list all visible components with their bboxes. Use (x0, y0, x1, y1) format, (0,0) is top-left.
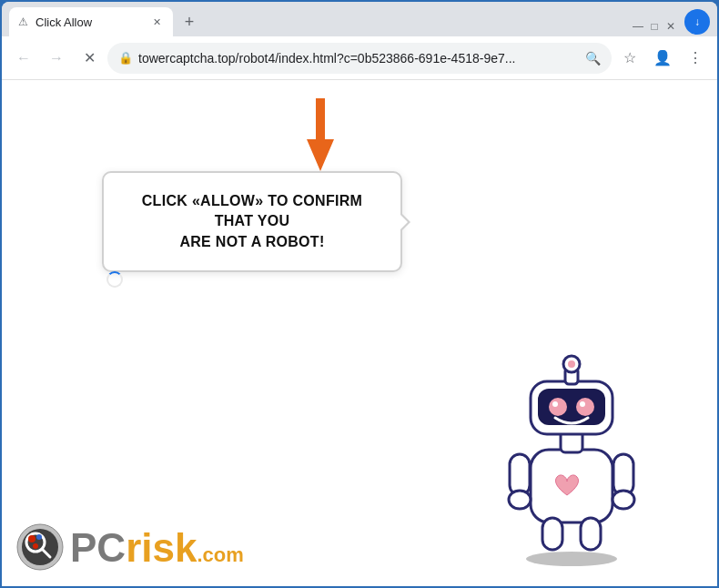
menu-button[interactable]: ⋮ (681, 44, 710, 73)
minimize-button[interactable]: — (632, 20, 644, 33)
svg-point-5 (509, 491, 531, 509)
svg-rect-12 (538, 389, 605, 425)
maximize-button[interactable]: □ (648, 20, 661, 33)
svg-point-16 (580, 401, 585, 407)
svg-point-15 (552, 401, 558, 407)
svg-point-7 (613, 491, 634, 509)
pcrisk-com-text: .com (197, 543, 243, 566)
back-button[interactable]: ← (9, 44, 38, 73)
address-bar[interactable]: 🔒 towercaptcha.top/robot4/index.html?c=0… (107, 43, 612, 74)
active-tab[interactable]: ⚠ Click Allow ✕ (9, 7, 173, 36)
tab-favicon: ⚠ (18, 15, 28, 28)
page-content: CLICK «ALLOW» TO CONFIRM THAT YOU ARE NO… (2, 80, 717, 586)
pcrisk-icon (15, 522, 66, 573)
svg-point-19 (568, 360, 575, 368)
tab-title: Click Allow (35, 15, 142, 29)
window-close-button[interactable]: ✕ (664, 20, 677, 33)
svg-point-14 (576, 398, 594, 416)
speech-bubble-text: CLICK «ALLOW» TO CONFIRM THAT YOU ARE NO… (131, 191, 373, 252)
svg-point-26 (33, 543, 38, 549)
tab-close-button[interactable]: ✕ (149, 15, 164, 29)
svg-rect-8 (542, 518, 562, 550)
robot-illustration (481, 331, 663, 568)
lock-icon: 🔒 (118, 51, 133, 65)
loading-spinner (106, 271, 123, 288)
pcrisk-risk-text: risk (126, 525, 197, 570)
new-tab-button[interactable]: + (177, 9, 202, 35)
speech-bubble: CLICK «ALLOW» TO CONFIRM THAT YOU ARE NO… (102, 171, 402, 272)
svg-rect-6 (613, 454, 633, 495)
svg-rect-4 (510, 454, 530, 495)
search-icon[interactable]: 🔍 (585, 51, 601, 66)
pcrisk-pc-text: PC (70, 525, 126, 570)
extension-button[interactable]: ↓ (684, 9, 710, 35)
browser-window: ⚠ Click Allow ✕ + — □ ✕ ↓ ← → ✕ 🔒 towerc… (2, 2, 717, 586)
orange-arrow (284, 94, 357, 179)
svg-rect-9 (581, 518, 601, 550)
bookmark-button[interactable]: ☆ (615, 44, 644, 73)
reload-button[interactable]: ✕ (75, 44, 104, 73)
svg-point-24 (28, 535, 35, 542)
address-bar-row: ← → ✕ 🔒 towercaptcha.top/robot4/index.ht… (2, 36, 717, 80)
profile-button[interactable]: 👤 (648, 44, 677, 73)
svg-marker-1 (307, 98, 334, 171)
pcrisk-logo: PCrisk.com (15, 522, 244, 573)
svg-point-2 (526, 552, 617, 566)
pcrisk-text-container: PCrisk.com (70, 525, 244, 571)
svg-point-25 (36, 534, 42, 540)
url-text: towercaptcha.top/robot4/index.html?c=0b5… (138, 51, 580, 66)
svg-point-13 (549, 398, 567, 416)
forward-button[interactable]: → (42, 44, 71, 73)
